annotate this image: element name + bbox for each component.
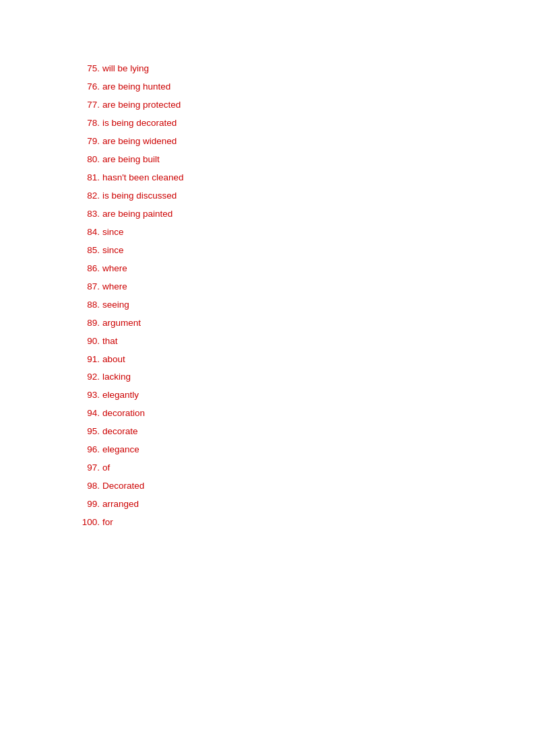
item-text: are being hunted	[102, 79, 170, 96]
item-text: since	[102, 242, 124, 259]
item-number: 88.	[74, 297, 100, 314]
list-item: 75.will be lying	[74, 61, 535, 77]
list-item: 88.seeing	[74, 297, 535, 314]
item-text: seeing	[102, 297, 129, 314]
item-text: for	[102, 514, 113, 531]
item-text: about	[102, 351, 125, 368]
list-item: 77.are being protected	[74, 97, 535, 114]
list-item: 84.since	[74, 224, 535, 241]
item-text: are being painted	[102, 206, 172, 223]
item-number: 91.	[74, 351, 100, 368]
list-item: 100.for	[74, 514, 535, 531]
item-number: 97.	[74, 460, 100, 477]
list-item: 79.are being widened	[74, 133, 535, 150]
item-number: 99.	[74, 496, 100, 513]
item-text: that	[102, 333, 118, 350]
item-number: 100.	[74, 514, 100, 531]
item-text: are being built	[102, 151, 160, 168]
list-item: 92.lacking	[74, 369, 535, 386]
item-text: Decorated	[102, 478, 144, 495]
item-number: 82.	[74, 188, 100, 205]
item-text: argument	[102, 315, 141, 332]
list-item: 97.of	[74, 460, 535, 477]
item-number: 84.	[74, 224, 100, 241]
item-text: lacking	[102, 369, 131, 386]
list-item: 83. are being painted	[74, 206, 535, 223]
item-number: 95.	[74, 423, 100, 440]
item-text: are being protected	[102, 97, 181, 114]
list-item: 80.are being built	[74, 151, 535, 168]
item-number: 98.	[74, 478, 100, 495]
item-number: 81.	[74, 170, 100, 186]
item-text: since	[102, 224, 124, 241]
list-item: 90.that	[74, 333, 535, 350]
list-item: 82.is being discussed	[74, 188, 535, 205]
item-text: hasn't been cleaned	[102, 170, 183, 186]
item-number: 93.	[74, 387, 100, 404]
item-text: elegance	[102, 442, 139, 458]
item-text: elegantly	[102, 387, 139, 404]
list-item: 81.hasn't been cleaned	[74, 170, 535, 186]
item-text: arranged	[102, 496, 139, 513]
list-item: 89.argument	[74, 315, 535, 332]
list-item: 96.elegance	[74, 442, 535, 458]
item-number: 79.	[74, 133, 100, 150]
list-item: 78.is being decorated	[74, 115, 535, 132]
item-number: 94.	[74, 405, 100, 422]
item-number: 83.	[74, 206, 100, 223]
list-item: 95.decorate	[74, 423, 535, 440]
list-item: 99.arranged	[74, 496, 535, 513]
item-text: where	[102, 261, 127, 277]
list-item: 93.elegantly	[74, 387, 535, 404]
item-number: 86.	[74, 261, 100, 277]
list-item: 76.are being hunted	[74, 79, 535, 96]
item-number: 77.	[74, 97, 100, 114]
list-item: 86.where	[74, 261, 535, 277]
list-item: 87.where	[74, 279, 535, 296]
list-item: 91.about	[74, 351, 535, 368]
item-number: 75.	[74, 61, 100, 77]
item-text: decorate	[102, 423, 138, 440]
item-number: 92.	[74, 369, 100, 386]
item-text: of	[102, 460, 110, 477]
answer-list: 75.will be lying76.are being hunted77.ar…	[74, 61, 535, 531]
item-number: 96.	[74, 442, 100, 458]
item-number: 78.	[74, 115, 100, 132]
item-number: 80.	[74, 151, 100, 168]
item-text: is being decorated	[102, 115, 177, 132]
item-number: 89.	[74, 315, 100, 332]
item-number: 76.	[74, 79, 100, 96]
item-text: where	[102, 279, 127, 296]
item-text: is being discussed	[102, 188, 177, 205]
item-text: will be lying	[102, 61, 149, 77]
item-text: are being widened	[102, 133, 177, 150]
item-number: 90.	[74, 333, 100, 350]
list-item: 85.since	[74, 242, 535, 259]
item-number: 87.	[74, 279, 100, 296]
item-number: 85.	[74, 242, 100, 259]
list-item: 94.decoration	[74, 405, 535, 422]
list-item: 98.Decorated	[74, 478, 535, 495]
item-text: decoration	[102, 405, 145, 422]
